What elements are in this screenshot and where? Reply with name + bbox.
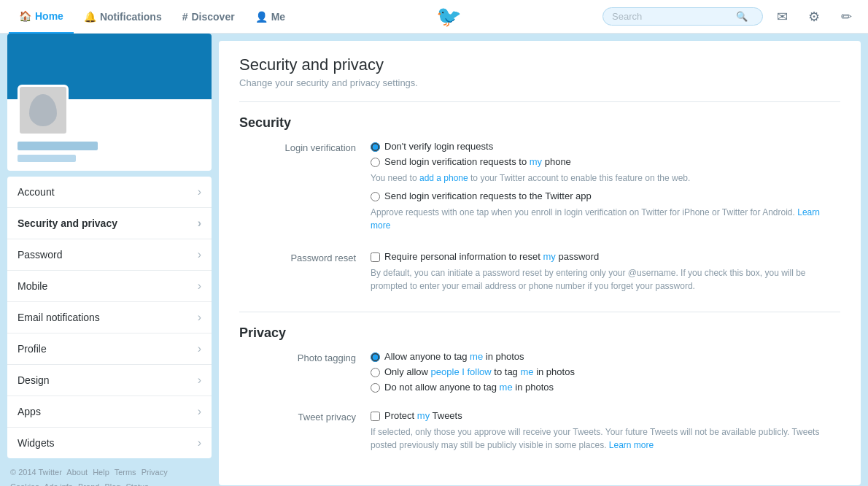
chevron-right-icon: › <box>198 248 201 261</box>
nav-home[interactable]: 🏠 Home <box>9 0 74 34</box>
login-verification-row: Login verification Don't verify login re… <box>239 141 840 238</box>
checkbox-protect-tweets: Protect my Tweets <box>371 410 840 421</box>
radio-only-follow-text: Only allow people I follow to tag me in … <box>384 366 575 377</box>
learn-more-link-2[interactable]: Learn more <box>609 440 654 450</box>
radio-app: Send login verification requests to the … <box>371 190 840 201</box>
photo-tagging-row: Photo tagging Allow anyone to tag me in … <box>239 351 840 397</box>
nav-home-label: Home <box>35 10 63 22</box>
nav-me[interactable]: 👤 Me <box>245 0 295 34</box>
footer-terms[interactable]: Terms <box>115 468 136 477</box>
compose-button[interactable]: ✏ <box>833 4 859 30</box>
radio-app-text: Send login verification requests to the … <box>384 190 592 201</box>
sidebar-menu: Account › Security and privacy › Passwor… <box>7 177 212 458</box>
sidebar-item-security[interactable]: Security and privacy › <box>7 208 212 239</box>
footer-cookies[interactable]: Cookies <box>10 482 39 486</box>
chevron-right-icon: › <box>198 279 201 293</box>
sidebar-footer: © 2014 Twitter About Help Terms Privacy … <box>7 458 212 486</box>
nav-discover-label: Discover <box>191 11 234 23</box>
footer-privacy[interactable]: Privacy <box>142 468 168 477</box>
nav-discover[interactable]: # Discover <box>172 0 245 34</box>
radio-only-follow-input[interactable] <box>371 368 380 377</box>
radio-dont-verify-input[interactable] <box>371 142 380 152</box>
main-content: Security and privacy Change your securit… <box>219 34 868 486</box>
person-icon: 👤 <box>255 11 268 23</box>
search-box[interactable]: 🔍 <box>602 7 763 26</box>
privacy-heading: Privacy <box>239 325 840 341</box>
page-layout: Account › Security and privacy › Passwor… <box>0 34 868 486</box>
checkbox-password-reset-input[interactable] <box>371 252 380 262</box>
sidebar-item-widgets[interactable]: Widgets › <box>7 428 212 458</box>
radio-no-tag-text: Do not allow anyone to tag me in photos <box>384 382 554 393</box>
app-hint: Approve requests with one tap when you e… <box>371 206 840 232</box>
chevron-right-icon: › <box>198 436 201 450</box>
sidebar-item-apps[interactable]: Apps › <box>7 396 212 428</box>
footer-status[interactable]: Status <box>126 482 149 486</box>
radio-phone-input[interactable] <box>371 158 380 167</box>
top-navigation: 🏠 Home 🔔 Notifications # Discover 👤 Me 🐦… <box>0 0 868 34</box>
checkbox-protect-tweets-input[interactable] <box>371 412 380 421</box>
nav-left: 🏠 Home 🔔 Notifications # Discover 👤 Me <box>9 0 295 34</box>
page-subtitle: Change your security and privacy setting… <box>239 77 840 88</box>
settings-button[interactable]: ⚙ <box>801 4 827 30</box>
sidebar-item-account[interactable]: Account › <box>7 177 212 208</box>
radio-app-input[interactable] <box>371 192 380 201</box>
chevron-right-icon: › <box>198 311 201 324</box>
security-heading: Security <box>239 115 840 131</box>
notifications-icon: 🔔 <box>84 11 96 23</box>
sidebar-item-apps-label: Apps <box>18 406 41 417</box>
password-reset-hint: By default, you can initiate a password … <box>371 266 840 293</box>
checkbox-password-reset-label: Require personal information to reset my… <box>384 251 599 262</box>
nav-center: 🐦 <box>295 4 602 28</box>
checkbox-protect-tweets-label: Protect my Tweets <box>384 410 462 421</box>
learn-more-link-1[interactable]: Learn more <box>371 207 820 231</box>
sidebar-item-email-notifications[interactable]: Email notifications › <box>7 302 212 333</box>
profile-name <box>18 142 98 150</box>
chevron-right-icon: › <box>198 405 201 418</box>
sidebar-item-password[interactable]: Password › <box>7 239 212 271</box>
footer-about[interactable]: About <box>66 468 88 477</box>
radio-dont-verify-text: Don't verify login requests <box>384 141 493 152</box>
sidebar-item-account-label: Account <box>18 186 55 198</box>
sidebar-item-mobile[interactable]: Mobile › <box>7 271 212 302</box>
sidebar-item-design[interactable]: Design › <box>7 365 212 396</box>
twitter-logo: 🐦 <box>436 4 462 28</box>
photo-tagging-label: Photo tagging <box>239 351 356 397</box>
avatar <box>18 85 69 136</box>
login-verification-content: Don't verify login requests Send login v… <box>371 141 840 238</box>
radio-dont-verify: Don't verify login requests <box>371 141 840 152</box>
footer-help[interactable]: Help <box>93 468 109 477</box>
footer-copyright[interactable]: © 2014 Twitter <box>10 468 62 477</box>
sidebar-item-security-label: Security and privacy <box>18 217 117 229</box>
login-verification-label: Login verification <box>239 141 356 238</box>
hashtag-icon: # <box>182 11 188 23</box>
sidebar-item-design-label: Design <box>18 374 50 386</box>
password-reset-label: Password reset <box>239 251 356 298</box>
tweet-privacy-content: Protect my Tweets If selected, only thos… <box>371 410 840 458</box>
tweet-privacy-row: Tweet privacy Protect my Tweets If selec… <box>239 410 840 458</box>
radio-allow-anyone-text: Allow anyone to tag me in photos <box>384 351 524 362</box>
page-title: Security and privacy <box>239 55 840 74</box>
sidebar-item-mobile-label: Mobile <box>18 280 47 292</box>
add-phone-link[interactable]: add a phone <box>419 173 468 183</box>
footer-line-1: © 2014 Twitter About Help Terms Privacy <box>10 466 209 480</box>
messages-button[interactable]: ✉ <box>769 4 795 30</box>
sidebar-item-email-label: Email notifications <box>18 312 100 323</box>
radio-no-tag-input[interactable] <box>371 383 380 393</box>
sidebar-item-password-label: Password <box>18 249 62 261</box>
sidebar-item-profile[interactable]: Profile › <box>7 333 212 365</box>
phone-hint: You need to add a phone to your Twitter … <box>371 171 840 185</box>
footer-ads-info[interactable]: Ads info <box>44 482 73 486</box>
footer-blog[interactable]: Blog <box>104 482 120 486</box>
radio-only-follow: Only allow people I follow to tag me in … <box>371 366 840 377</box>
avatar-egg <box>29 94 57 126</box>
settings-panel: Security and privacy Change your securit… <box>219 41 861 485</box>
radio-allow-anyone-input[interactable] <box>371 352 380 362</box>
nav-notifications[interactable]: 🔔 Notifications <box>74 0 172 34</box>
checkbox-password-reset: Require personal information to reset my… <box>371 251 840 262</box>
footer-brand[interactable]: Brand <box>78 482 99 486</box>
search-input[interactable] <box>612 11 736 22</box>
chevron-right-icon: › <box>198 217 201 230</box>
tweet-privacy-hint: If selected, only those you approve will… <box>371 425 840 452</box>
chevron-right-icon: › <box>198 185 201 198</box>
chevron-right-icon: › <box>198 374 201 387</box>
